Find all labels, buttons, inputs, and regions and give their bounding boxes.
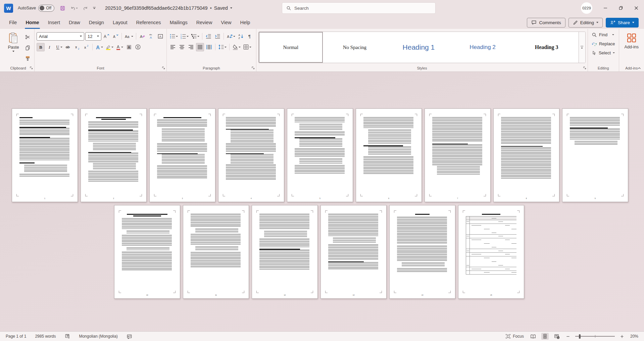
word-count-button[interactable]: 2985 words: [34, 333, 57, 339]
align-center-button[interactable]: [178, 43, 186, 51]
print-layout-button[interactable]: [541, 333, 549, 340]
find-button[interactable]: Find: [590, 30, 616, 39]
underline-button[interactable]: U: [55, 43, 63, 51]
character-shading-button[interactable]: A: [125, 43, 133, 51]
tab-file[interactable]: File: [5, 16, 21, 29]
undo-button[interactable]: [70, 5, 78, 11]
phonetic-guide-button[interactable]: abcA: [147, 32, 155, 41]
bullets-button[interactable]: [169, 32, 179, 41]
page-thumbnail[interactable]: 12: [252, 205, 318, 299]
style-heading-2[interactable]: Heading 2: [451, 32, 515, 63]
tab-help[interactable]: Help: [236, 16, 255, 29]
enclose-characters-button[interactable]: [134, 43, 142, 51]
zoom-level-button[interactable]: 20%: [629, 333, 639, 339]
zoom-out-button[interactable]: [565, 334, 571, 339]
grow-font-button[interactable]: A: [102, 32, 110, 41]
page-thumbnail[interactable]: 1: [12, 108, 78, 202]
font-color-button[interactable]: A: [115, 43, 124, 51]
page-thumbnail[interactable]: 5: [287, 108, 353, 202]
zoom-in-button[interactable]: [619, 334, 625, 339]
style-heading-3[interactable]: Heading 3: [514, 32, 579, 63]
shrink-font-button[interactable]: A: [111, 32, 119, 41]
page-thumbnail[interactable]: 14: [389, 205, 455, 299]
tab-home[interactable]: Home: [21, 16, 43, 29]
page-thumbnail[interactable]: 15: [458, 205, 524, 299]
strikethrough-button[interactable]: ab: [64, 43, 72, 51]
page-thumbnail[interactable]: 4: [218, 108, 284, 202]
show-formatting-button[interactable]: ¶: [246, 32, 254, 41]
page-thumbnail[interactable]: 3: [149, 108, 215, 202]
style-normal[interactable]: Normal: [259, 32, 323, 63]
text-direction-button[interactable]: A: [226, 32, 236, 41]
text-effects-button[interactable]: A: [95, 43, 104, 51]
font-dialog-launcher[interactable]: [162, 66, 165, 69]
addins-button[interactable]: Add-ins: [625, 33, 639, 49]
italic-button[interactable]: I: [46, 43, 54, 51]
web-layout-button[interactable]: [553, 333, 561, 340]
clear-formatting-button[interactable]: A: [138, 32, 146, 41]
change-case-button[interactable]: Aa: [124, 32, 134, 41]
tab-design[interactable]: Design: [85, 16, 108, 29]
borders-button[interactable]: [242, 43, 252, 51]
redo-button[interactable]: [83, 5, 88, 11]
tab-mailings[interactable]: Mailings: [165, 16, 192, 29]
paste-button[interactable]: Paste: [4, 32, 23, 64]
save-button[interactable]: [60, 5, 65, 11]
format-painter-button[interactable]: [23, 54, 32, 63]
page-thumbnail[interactable]: 9: [562, 108, 628, 202]
replace-button[interactable]: bc Replace: [590, 39, 617, 48]
align-left-button[interactable]: [169, 43, 177, 51]
zoom-slider-thumb[interactable]: [579, 334, 581, 339]
font-size-select[interactable]: 12: [85, 32, 101, 41]
increase-indent-button[interactable]: [213, 32, 221, 41]
page-info-button[interactable]: Page 1 of 1: [5, 333, 27, 339]
qat-overflow-button[interactable]: [93, 7, 96, 9]
select-button[interactable]: Select: [590, 48, 616, 57]
page-thumbnail[interactable]: 8: [493, 108, 559, 202]
tab-view[interactable]: View: [216, 16, 236, 29]
document-canvas[interactable]: 123456789101112131415: [0, 72, 644, 331]
collapse-ribbon-button[interactable]: [637, 66, 641, 70]
styles-dialog-launcher[interactable]: [583, 66, 586, 69]
zoom-slider[interactable]: [575, 334, 615, 339]
account-avatar[interactable]: 0229: [581, 2, 592, 14]
numbering-button[interactable]: 123: [180, 32, 189, 41]
read-mode-button[interactable]: [529, 333, 537, 340]
accessibility-button[interactable]: [126, 333, 133, 340]
text-highlight-button[interactable]: [105, 43, 114, 51]
share-button[interactable]: Share: [606, 18, 639, 28]
superscript-button[interactable]: x2: [82, 43, 90, 51]
distributed-button[interactable]: [205, 43, 213, 51]
style-no-spacing[interactable]: No Spacing: [323, 32, 387, 63]
editing-mode-button[interactable]: Editing: [568, 18, 603, 28]
cut-button[interactable]: [23, 33, 32, 41]
paragraph-dialog-launcher[interactable]: [252, 66, 255, 69]
page-thumbnail[interactable]: 2: [81, 108, 147, 202]
page-thumbnail[interactable]: 11: [183, 205, 249, 299]
page-thumbnail[interactable]: 6: [356, 108, 422, 202]
minimize-button[interactable]: [598, 0, 613, 16]
tab-insert[interactable]: Insert: [44, 16, 64, 29]
line-spacing-button[interactable]: [217, 43, 227, 51]
sort-button[interactable]: AZ: [237, 32, 245, 41]
restore-button[interactable]: [613, 0, 629, 16]
tab-draw[interactable]: Draw: [64, 16, 85, 29]
proofing-button[interactable]: [63, 333, 71, 340]
shading-button[interactable]: [232, 43, 241, 51]
decrease-indent-button[interactable]: [204, 32, 212, 41]
subscript-button[interactable]: x2: [73, 43, 81, 51]
page-thumbnail[interactable]: 13: [320, 205, 387, 299]
font-name-select[interactable]: Arial: [37, 32, 84, 41]
language-button[interactable]: Mongolian (Mongolia): [78, 333, 118, 339]
tab-layout[interactable]: Layout: [108, 16, 132, 29]
focus-button[interactable]: Focus: [504, 333, 525, 340]
page-thumbnail[interactable]: 10: [114, 205, 180, 299]
style-heading-1[interactable]: Heading 1: [387, 32, 451, 63]
autosave-toggle[interactable]: Off: [38, 5, 54, 12]
search-box[interactable]: Search: [282, 2, 436, 14]
styles-gallery-more-button[interactable]: [579, 32, 585, 63]
tab-review[interactable]: Review: [192, 16, 217, 29]
bold-button[interactable]: B: [37, 43, 45, 51]
character-border-button[interactable]: A: [156, 32, 164, 41]
document-title[interactable]: 202510_96ef3359df65addae6c224b1b1775049 …: [105, 5, 232, 11]
